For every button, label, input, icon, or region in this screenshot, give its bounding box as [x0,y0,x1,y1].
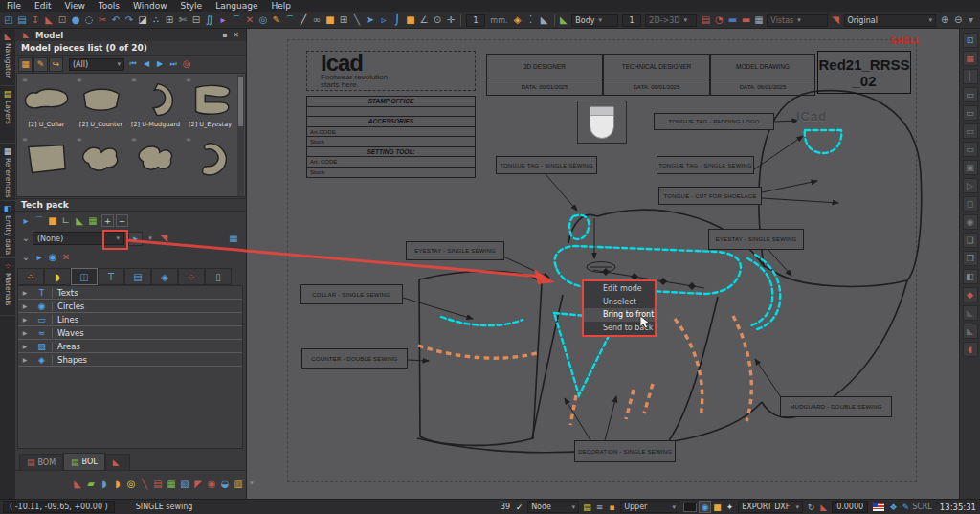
bottom-tab[interactable]: ◣ [105,454,130,470]
ruler-icon[interactable]: ∟ [59,214,73,228]
target2-icon[interactable]: ◉ [963,214,978,230]
orbit-icon[interactable]: ● [69,13,82,27]
redo-icon[interactable]: ↷ [122,13,136,27]
menu-item[interactable]: Window [126,0,174,12]
piece-thumbnail[interactable]: ∞ [2] U_Collar [19,76,74,135]
zoom-lens-icon[interactable]: ◌ [82,13,96,27]
hook-icon[interactable]: ⌡ [390,13,404,27]
material-tool-icon[interactable]: ◗ [111,477,124,491]
curve-plus-icon[interactable]: ⌒ [230,13,243,27]
next-piece-icon[interactable]: ▶ [153,57,167,71]
zoom-out-button[interactable]: − [116,214,128,227]
tree-row[interactable]: ▶ T Texts [18,286,242,300]
card3-icon[interactable]: ▭ [963,123,978,139]
tree-row[interactable]: ▶ ≈ Waves [18,326,242,340]
eye-icon[interactable]: ◉ [699,501,711,513]
material-tool-icon[interactable]: ◒ [218,477,232,491]
snap-mode-dropdown[interactable]: Node▾ [527,501,579,513]
piece-thumbnail[interactable]: ∞ [2] U_Counter [74,76,128,135]
menu-item[interactable]: File [0,0,28,12]
node-pointer-icon[interactable]: ▹ [377,13,390,27]
spray-icon[interactable]: ∴ [149,13,163,27]
check-icon[interactable]: ✓ [513,501,525,513]
delete-node-icon[interactable]: ✕ [243,13,256,27]
material-tool-icon[interactable]: ◉ [205,477,218,491]
pair-icon[interactable]: ⁚ [524,13,538,27]
side-tab[interactable]: ◧ Entity data [0,201,15,258]
tech-pack-tab[interactable]: ◫ [71,268,98,285]
delete-annotation-icon[interactable]: ✕ [59,251,73,264]
pieces-filter-dropdown[interactable]: (All)▾ [69,58,124,71]
menu-item[interactable]: Style [174,0,210,12]
flag2-icon[interactable]: ◆ [963,287,978,302]
material-tool-icon[interactable]: ▥ [232,477,245,491]
grid-red-icon[interactable]: ▦ [963,51,978,66]
shoe-dark-icon[interactable]: ◣ [963,305,978,321]
qty-stepper[interactable]: 1 [622,14,641,27]
pencil-icon[interactable]: ✎ [270,13,283,27]
chevron-right-icon[interactable]: ▶ [18,343,32,349]
image-preview-icon[interactable]: ▦ [227,232,240,245]
edit-piece-icon[interactable]: ✎ [33,57,48,72]
pen-blue-icon[interactable]: ✎ [900,501,912,513]
pointer-icon[interactable]: ➤ [364,13,377,27]
tech-pack-tab[interactable]: ◗ [44,268,71,285]
side-tab[interactable]: ▦ References [0,144,15,201]
photo-icon[interactable]: ◻ [963,196,978,212]
stack3-icon[interactable]: ❒ [963,251,978,266]
eraser-icon[interactable]: ◪ [136,13,149,27]
zoom-in-button[interactable]: + [101,214,114,227]
side-tab[interactable]: ▤ Layers [0,86,15,144]
menu-item[interactable]: Help [265,0,299,12]
lips-icon[interactable]: ◔ [712,13,725,27]
knife-icon[interactable]: ╱ [297,13,310,27]
side-tab[interactable]: ◣ Navigator [0,29,15,86]
lock-icon[interactable]: ■ [711,501,724,513]
double-stitch-icon[interactable]: ∬ [203,13,216,27]
piece-thumbnail[interactable]: ∞ [74,135,128,194]
material-tool-icon[interactable]: ◤ [191,477,205,491]
layer-color-swatch[interactable] [683,503,697,512]
piece-thumbnail[interactable]: ∞ [2] U_Eyestay [183,76,237,135]
sole-red-icon[interactable]: ◖ [963,342,978,357]
add-view-icon[interactable]: ⊕ [938,13,951,27]
tree-row[interactable]: ▶ ◉ Circles [18,300,242,313]
layer-dropdown[interactable]: Upper▾ [620,501,679,513]
snap-target-icon[interactable]: ◎ [256,13,270,27]
lock-pieces-icon[interactable]: ⊡ [56,13,69,27]
diagonal-icon[interactable]: ╲ [350,13,364,27]
image-green-icon[interactable]: ▦ [86,214,100,228]
material-tool-icon[interactable]: ◗ [98,477,111,491]
visibility-icon[interactable]: ◉ [46,251,59,264]
collapse-icon[interactable]: ⌄ [19,251,33,264]
annotate-caret-icon[interactable]: ▾ [144,232,157,245]
expander-icon[interactable]: ⌄ [19,232,33,245]
sync-icon[interactable]: ❖ [887,501,900,513]
toolbar-overflow-caret[interactable]: ▾ [965,13,977,27]
us-flag-icon[interactable] [873,503,884,511]
undo-icon[interactable]: ↶ [109,13,122,27]
material-tool-icon[interactable]: ▤ [151,477,165,491]
chevron-right-icon[interactable]: ▶ [18,356,32,363]
save-icon[interactable]: ▤ [15,13,29,27]
tech-pack-tab[interactable]: ▯ [205,268,232,285]
piece-thumbnail[interactable]: ∞ [128,135,183,194]
chevron-right-icon[interactable]: ▶ [18,289,32,296]
menu-item[interactable]: Edit [28,0,57,12]
send-piece-icon[interactable]: ↪ [49,57,63,72]
copy-view-icon[interactable]: ⊡ [963,33,978,48]
wrench-icon[interactable]: ✦ [724,501,736,513]
bottom-tab[interactable]: ▤ BOL [63,453,105,470]
grid-view-icon[interactable]: ▦ [18,57,33,72]
close-icon[interactable]: ✕ [230,31,242,39]
book-icon[interactable]: ◧ [963,269,978,284]
pin-blue-icon[interactable]: ▸ [33,251,46,264]
context-menu-item[interactable]: Edit mode [584,282,655,296]
move-icon[interactable]: ✛ [444,13,457,27]
import-pieces-icon[interactable]: ↧ [29,13,42,27]
piece-thumbnail[interactable]: ∞ [2] U-Mudguard [128,76,183,135]
annotate-sewing-icon[interactable]: ▸ [128,232,143,246]
shoe-ghost-icon[interactable]: ◣ [963,324,978,339]
original-dropdown[interactable]: Original▾ [844,14,937,27]
bottom-tab[interactable]: ▤ BOM [19,454,63,470]
